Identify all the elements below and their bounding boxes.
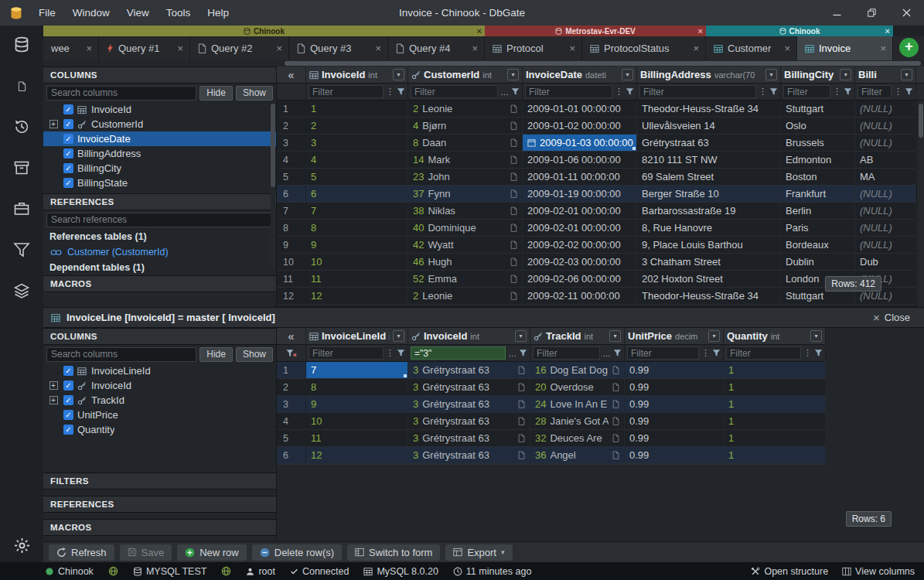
menu-file[interactable]: File — [30, 0, 64, 26]
filter-input-billingaddress[interactable]: Filter — [639, 85, 756, 98]
close-tab-icon[interactable]: × — [472, 43, 478, 54]
cell-invoicedate[interactable]: 2009-01-06 00:00:00 — [523, 152, 637, 168]
columns-top-show-button[interactable]: Show — [236, 86, 273, 101]
column-dropdown-button[interactable]: ▾ — [901, 69, 912, 80]
checkbox-invoiceid[interactable] — [63, 380, 73, 391]
cell-billingaddress[interactable]: Theodor-Heuss-Straße 34 — [637, 288, 781, 304]
cell-invoicedate[interactable]: 2009-02-02 00:00:00 — [523, 237, 637, 253]
cell-invoicelineid[interactable]: 10 — [306, 413, 408, 429]
cell-billingaddress[interactable]: 69 Salem Street — [637, 169, 781, 185]
filter-input-invoicelineid[interactable]: Filter — [309, 346, 384, 360]
cell-billingstate[interactable]: (NULL) — [855, 237, 916, 253]
cell-invoiceid[interactable]: 5 — [306, 169, 408, 185]
cell-billingstate[interactable]: (NULL) — [855, 220, 916, 236]
lookup-document-icon[interactable] — [612, 400, 619, 408]
briefcase-icon[interactable] — [12, 200, 31, 218]
column-item-quantity[interactable]: Quantity — [43, 422, 276, 437]
menu-help[interactable]: Help — [199, 0, 237, 26]
cell-invoicelineid[interactable]: 7 — [306, 362, 408, 378]
cell-trackid[interactable]: 32Deuces Are — [530, 430, 625, 446]
vertical-scrollbar-thumb[interactable] — [919, 104, 923, 138]
filter-menu-button[interactable]: … — [602, 349, 611, 358]
filter-input-unitprice[interactable]: Filter — [627, 346, 699, 360]
filter-input-trackid[interactable]: Filter — [533, 346, 600, 360]
checkbox-unitprice[interactable] — [63, 410, 73, 420]
cell-billingstate[interactable]: Dub — [855, 254, 916, 270]
cell-billingstate[interactable]: AB — [855, 152, 916, 168]
row-number[interactable]: 5 — [277, 430, 306, 446]
lookup-document-icon[interactable] — [612, 434, 619, 442]
cell-unitprice[interactable]: 0.99 — [625, 379, 724, 395]
lookup-document-icon[interactable] — [510, 189, 517, 198]
cell-customerid[interactable]: 38Niklas — [408, 203, 523, 219]
cell-invoiceid[interactable]: 1 — [306, 101, 408, 117]
column-header-invoiceid[interactable]: InvoiceIdint▾ — [408, 328, 530, 344]
cell-billingaddress[interactable]: Theodor-Heuss-Straße 34 — [637, 101, 781, 117]
cell-invoicelineid[interactable]: 8 — [306, 379, 408, 395]
row-number[interactable]: 2 — [277, 118, 306, 134]
lookup-document-icon[interactable] — [518, 383, 525, 391]
cell-quantity[interactable]: 1 — [724, 379, 826, 395]
row-number[interactable]: 9 — [277, 237, 306, 253]
status-open-structure[interactable]: Open structure — [751, 566, 828, 577]
status-chinook[interactable]: Chinook — [45, 566, 94, 577]
column-dropdown-button[interactable]: ▾ — [507, 69, 519, 80]
funnel-icon[interactable] — [844, 87, 852, 96]
tab-query-4[interactable]: Query #4× — [388, 36, 485, 60]
tabs-scrollbar[interactable] — [43, 60, 924, 67]
cell-billingaddress[interactable]: Grétrystraat 63 — [637, 135, 781, 151]
cell-invoiceid-fk[interactable]: 3Grétrystraat 63 — [408, 413, 530, 429]
checkbox-invoiceid[interactable] — [63, 104, 73, 114]
row-number[interactable]: 4 — [277, 413, 306, 429]
cell-invoiceid[interactable]: 12 — [306, 288, 408, 304]
filters-section-header[interactable]: FILTERS — [43, 473, 276, 490]
cell-billingcity[interactable]: Bordeaux — [781, 237, 855, 253]
filter-input-customerid[interactable]: Filter — [411, 85, 498, 98]
cell-invoiceid[interactable]: 11 — [306, 271, 408, 287]
close-tab-icon[interactable]: × — [375, 43, 381, 54]
column-header-billingaddress[interactable]: BillingAddressvarchar(70▾ — [637, 67, 781, 83]
column-dropdown-button[interactable]: ▾ — [393, 69, 404, 80]
filter-input-invoiceid[interactable]: ="3" — [411, 346, 506, 360]
column-dropdown-button[interactable]: ▾ — [609, 330, 621, 342]
cell-unitprice[interactable]: 0.99 — [625, 396, 724, 412]
cell-unitprice[interactable]: 0.99 — [625, 362, 724, 378]
funnel-icon[interactable] — [769, 87, 778, 96]
cell-trackid[interactable]: 20Overdose — [530, 379, 625, 395]
column-item-customerid[interactable]: +CustomerId — [43, 117, 276, 131]
columns-bottom-show-button[interactable]: Show — [236, 347, 273, 362]
lookup-document-icon[interactable] — [518, 451, 525, 459]
filter-menu-button[interactable]: … — [500, 87, 509, 97]
cell-invoiceid-fk[interactable]: 3Grétrystraat 63 — [408, 396, 530, 412]
funnel-icon[interactable] — [397, 349, 405, 357]
column-dropdown-button[interactable]: ▾ — [840, 69, 851, 80]
columns-section-header-detail[interactable]: COLUMNS — [43, 328, 276, 345]
tab-query-3[interactable]: Query #3× — [289, 36, 388, 60]
tab-query-2[interactable]: Query #2× — [190, 36, 289, 60]
cell-invoiceid[interactable]: 9 — [306, 237, 408, 253]
column-dropdown-button[interactable]: ▾ — [622, 69, 633, 80]
close-window-button[interactable] — [889, 0, 924, 26]
lookup-document-icon[interactable] — [612, 417, 619, 425]
funnel-icon[interactable] — [511, 87, 520, 96]
tab-wee[interactable]: wee× — [43, 36, 99, 60]
cell-billingstate[interactable]: (NULL) — [855, 186, 916, 202]
row-number[interactable]: 10 — [277, 254, 306, 270]
close-tab-icon[interactable]: × — [880, 43, 886, 54]
row-number[interactable]: 3 — [277, 396, 306, 412]
columns-top-hide-button[interactable]: Hide — [199, 86, 233, 101]
cell-billingstate[interactable]: (NULL) — [855, 118, 916, 134]
columns-bottom-hide-button[interactable]: Hide — [199, 347, 233, 362]
checkbox-billingstate[interactable] — [63, 178, 73, 188]
cell-invoicedate[interactable]: 2009-01-03 00:00:00 — [523, 135, 637, 151]
filter-input-quantity[interactable]: Filter — [726, 346, 801, 360]
cell-billingaddress[interactable]: Berger Straße 10 — [637, 186, 781, 202]
new-row-button[interactable]: New row — [177, 544, 247, 561]
column-item-invoiceid[interactable]: InvoiceId — [43, 102, 276, 117]
status-11-minutes-ago[interactable]: 11 minutes ago — [453, 566, 532, 577]
cell-invoicedate[interactable]: 2009-02-06 00:00:00 — [523, 271, 637, 287]
tab-group-chinook-0[interactable]: Chinook× — [43, 26, 485, 36]
checkbox-customerid[interactable] — [63, 119, 73, 129]
column-dropdown-button[interactable]: ▾ — [708, 330, 720, 342]
column-header-invoiceid[interactable]: InvoiceIdint▾ — [306, 67, 408, 83]
